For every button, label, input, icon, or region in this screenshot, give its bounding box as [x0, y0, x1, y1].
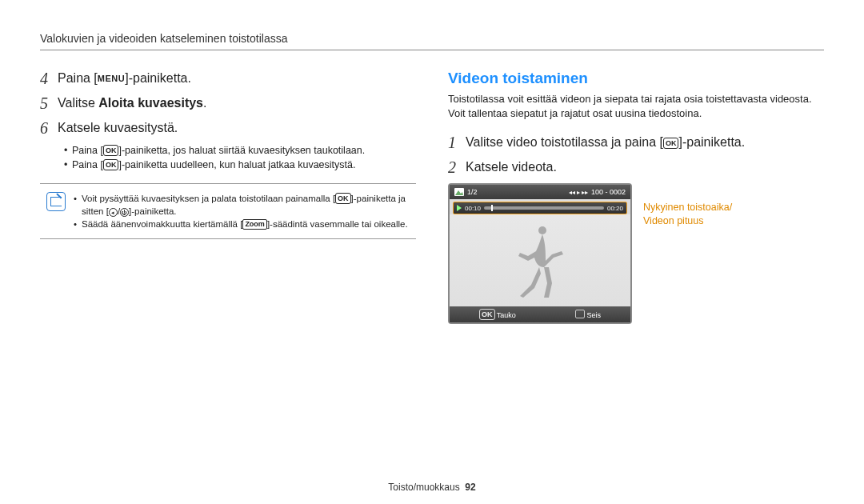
- video-preview: 1/2 ◂◂ ▸ ▸▸ 100 - 0002 00:10 00:20: [448, 183, 632, 324]
- note-icon: [46, 192, 66, 211]
- bullet-dot: •: [74, 192, 82, 205]
- step-1: 1 Valitse video toistotilassa ja paina […: [448, 134, 824, 152]
- step-number: 1: [448, 134, 466, 152]
- page-header: Valokuvien ja videoiden katseleminen toi…: [40, 32, 824, 50]
- footer-section: Toisto/muokkaus: [388, 482, 459, 493]
- file-number: 100 - 0002: [591, 188, 626, 196]
- flash-icon: ◂: [109, 208, 118, 217]
- dancer-silhouette: [504, 221, 576, 301]
- ok-icon: OK: [103, 159, 119, 170]
- step-number: 2: [448, 158, 466, 177]
- right-column: Videon toistaminen Toistotilassa voit es…: [448, 70, 824, 324]
- callout-text: Nykyinen toistoaika/Videon pituus: [643, 183, 732, 227]
- step-text: Katsele kuvaesitystä.: [58, 119, 178, 135]
- lcd-statusbar: 1/2 ◂◂ ▸ ▸▸ 100 - 0002: [450, 185, 630, 199]
- page-number: 92: [465, 482, 475, 493]
- ok-icon: OK: [663, 138, 679, 149]
- elapsed-time: 00:10: [465, 205, 481, 212]
- left-column: 4 Paina [MENU]-painiketta. 5 Valitse Alo…: [40, 70, 416, 324]
- bullet-dot: •: [74, 218, 82, 230]
- step-text: Paina [MENU]-painiketta.: [58, 70, 191, 86]
- menu-icon: MENU: [98, 74, 125, 83]
- step-number: 4: [40, 70, 58, 88]
- section-title: Videon toistaminen: [448, 70, 824, 87]
- step-number: 6: [40, 119, 58, 138]
- note-box: • Voit pysäyttää kuvaesityksen ja palata…: [40, 183, 416, 239]
- lcd-body: [450, 214, 630, 306]
- step-6: 6 Katsele kuvaesitystä.: [40, 119, 416, 138]
- ok-icon: OK: [103, 145, 119, 156]
- ok-icon: OK: [479, 309, 495, 320]
- step-5: 5 Valitse Aloita kuvaesitys.: [40, 94, 416, 113]
- lcd-softkeys: OK Tauko Seis: [450, 306, 630, 322]
- bullet-dot: •: [64, 158, 72, 173]
- bullet-row: • Paina [OK]-painiketta uudelleen, kun h…: [64, 158, 416, 173]
- stop-icon: [575, 310, 585, 318]
- step-2: 2 Katsele videota.: [448, 158, 824, 177]
- progress-bar: 00:10 00:20: [453, 202, 627, 214]
- ok-icon: OK: [335, 193, 351, 204]
- bullet-dot: •: [64, 144, 72, 158]
- landscape-icon: [454, 188, 464, 196]
- pause-label: Tauko: [497, 311, 516, 319]
- note-row: • Voit pysäyttää kuvaesityksen ja palata…: [74, 192, 410, 218]
- step-4: 4 Paina [MENU]-painiketta.: [40, 70, 416, 88]
- timer-icon: ⏻: [120, 208, 129, 217]
- step-text: Katsele videota.: [466, 158, 557, 174]
- total-time: 00:20: [607, 205, 623, 212]
- photo-counter: 1/2: [467, 188, 478, 196]
- sub-bullets: • Paina [OK]-painiketta, jos haluat siir…: [64, 144, 416, 172]
- step-text: Valitse video toistotilassa ja paina [OK…: [466, 134, 745, 150]
- page-footer: Toisto/muokkaus 92: [0, 482, 864, 493]
- intro-text: Toistotilassa voit esittää videon ja sie…: [448, 92, 824, 121]
- step-text: Valitse Aloita kuvaesitys.: [58, 94, 206, 110]
- bullet-row: • Paina [OK]-painiketta, jos haluat siir…: [64, 144, 416, 158]
- note-row: • Säädä äänenvoimakkuutta kiertämällä [Z…: [74, 218, 410, 230]
- zoom-key: Zoom: [242, 219, 267, 230]
- step-number: 5: [40, 94, 58, 113]
- stop-label: Seis: [586, 311, 601, 319]
- play-icon: [457, 205, 462, 211]
- svg-point-2: [538, 226, 546, 234]
- track: [484, 206, 604, 210]
